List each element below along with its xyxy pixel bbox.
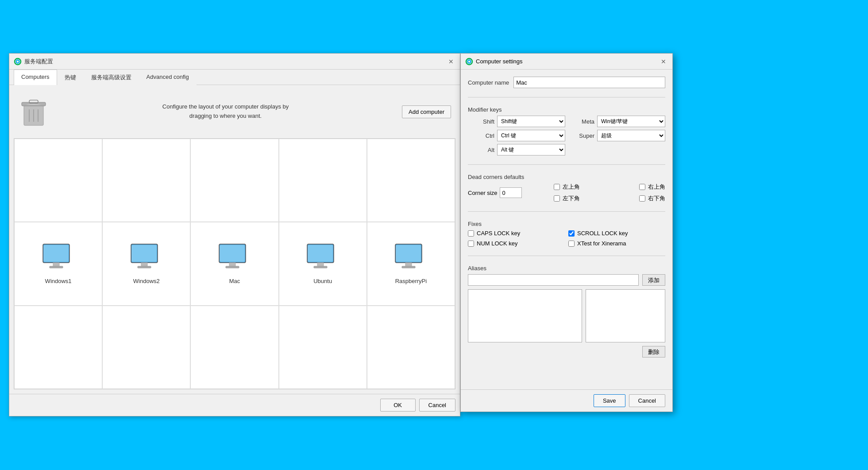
fix-caps-lock-checkbox[interactable]	[468, 230, 474, 237]
grid-cell-3-2[interactable]	[102, 306, 190, 389]
dead-corners-section: Dead corners defaults 左上角 右上角 Corner siz…	[468, 174, 665, 202]
svg-rect-24	[308, 245, 333, 262]
corner-topleft-checkbox[interactable]	[554, 184, 560, 190]
main-dialog: 服务端配置 ✕ Computers 热键 服务端高级设置 Advanced co…	[9, 53, 460, 416]
corner-bottomleft-checkbox[interactable]	[554, 195, 560, 202]
settings-cancel-button[interactable]: Cancel	[629, 394, 665, 407]
computer-icon-mac	[217, 243, 252, 274]
corner-topright-checkbox[interactable]	[639, 184, 645, 190]
grid-cell-3-1[interactable]	[14, 306, 102, 389]
aliases-display-area	[586, 289, 665, 342]
divider-3	[468, 211, 665, 212]
corner-bottomleft-label: 左下角	[563, 194, 580, 202]
fix-xtest: XTest for Xinerama	[568, 240, 665, 247]
computer-icon-windows2	[129, 243, 164, 274]
aliases-section: Aliases 添加 删除	[468, 265, 665, 357]
corner-topleft-label: 左上角	[563, 183, 580, 191]
corner-size-input[interactable]	[500, 187, 522, 198]
computer-name-row: Computer name	[468, 77, 665, 88]
svg-rect-26	[314, 266, 327, 268]
grid-cell-3-3[interactable]	[190, 306, 278, 389]
svg-rect-11	[50, 266, 63, 268]
grid-cell-1-3[interactable]	[190, 139, 278, 222]
fix-xtest-checkbox[interactable]	[568, 241, 575, 247]
cancel-button[interactable]: Cancel	[419, 399, 455, 412]
fixes-section: Fixes CAPS LOCK key SCROLL LOCK key NUM …	[468, 221, 665, 247]
computer-name-ubuntu: Ubuntu	[313, 278, 332, 284]
fix-num-lock-label: NUM LOCK key	[477, 240, 517, 247]
computer-cell-raspberrypi[interactable]: RaspberryPi	[367, 222, 455, 305]
corner-bottomright-checkbox[interactable]	[639, 195, 645, 202]
grid-cell-1-5[interactable]	[367, 139, 455, 222]
svg-point-33	[466, 58, 472, 65]
dead-corners-title: Dead corners defaults	[468, 174, 665, 180]
tab-computers[interactable]: Computers	[14, 70, 57, 85]
corner-size-row: Corner size	[468, 187, 547, 198]
computer-name-windows1: Windows1	[45, 278, 72, 284]
aliases-add-button[interactable]: 添加	[642, 274, 665, 286]
computer-icon-windows1	[41, 243, 76, 274]
aliases-delete-button[interactable]: 删除	[642, 346, 665, 357]
computer-cell-windows1[interactable]: Windows1	[14, 222, 102, 305]
meta-select[interactable]: Win键/苹键	[597, 116, 665, 127]
computer-cell-windows2[interactable]: Windows2	[102, 222, 190, 305]
computer-cell-ubuntu[interactable]: Ubuntu	[279, 222, 367, 305]
tab-hotkeys[interactable]: 热键	[57, 70, 84, 85]
computer-name-raspberrypi: RaspberryPi	[395, 278, 427, 284]
svg-rect-32	[396, 245, 397, 261]
shift-select[interactable]: Shift键	[497, 116, 565, 127]
corner-size-label: Corner size	[468, 190, 497, 196]
grid-cell-3-4[interactable]	[279, 306, 367, 389]
trash-icon	[20, 96, 47, 127]
alt-select[interactable]: Alt 键	[497, 144, 565, 155]
fix-scroll-lock-checkbox[interactable]	[568, 230, 575, 237]
modifier-grid: Shift Shift键 Meta Win键/苹键 Ctrl Ctrl 键 Su…	[468, 116, 665, 155]
grid-cell-1-1[interactable]	[14, 139, 102, 222]
aliases-list[interactable]	[468, 289, 582, 342]
grid-cell-3-5[interactable]	[367, 306, 455, 389]
alias-text-input[interactable]	[468, 274, 639, 286]
fix-caps-lock: CAPS LOCK key	[468, 230, 565, 237]
modifier-keys-section: Modifier keys Shift Shift键 Meta Win键/苹键 …	[468, 106, 665, 155]
grid-cell-1-2[interactable]	[102, 139, 190, 222]
svg-rect-21	[226, 266, 239, 268]
super-label: Super	[568, 132, 594, 139]
computer-cell-mac[interactable]: Mac	[190, 222, 278, 305]
corner-topright: 右上角	[639, 183, 665, 191]
main-dialog-title: 服务端配置	[24, 58, 53, 66]
svg-rect-9	[44, 245, 69, 262]
main-tab-bar: Computers 热键 服务端高级设置 Advanced config	[9, 70, 460, 85]
grid-cell-1-4[interactable]	[279, 139, 367, 222]
computer-icon-raspberrypi	[393, 243, 428, 274]
fixes-title: Fixes	[468, 221, 665, 227]
settings-close-button[interactable]: ✕	[659, 57, 668, 66]
svg-point-34	[468, 60, 471, 63]
fix-scroll-lock-label: SCROLL LOCK key	[577, 230, 628, 237]
trash-icon-wrapper	[18, 94, 49, 129]
aliases-input-row: 添加	[468, 274, 665, 286]
ctrl-label: Ctrl	[468, 132, 494, 139]
svg-rect-30	[405, 263, 412, 266]
svg-rect-31	[402, 266, 415, 268]
settings-footer: Save Cancel	[461, 389, 672, 412]
ok-button[interactable]: OK	[380, 399, 416, 412]
corner-bottomleft: 左下角	[554, 194, 633, 202]
divider-4	[468, 256, 665, 256]
synergy-icon	[14, 58, 22, 66]
svg-rect-15	[141, 263, 147, 266]
svg-rect-10	[53, 263, 59, 266]
computer-name-input[interactable]	[513, 77, 665, 88]
svg-rect-20	[229, 263, 235, 266]
fix-scroll-lock: SCROLL LOCK key	[568, 230, 665, 237]
svg-rect-12	[43, 245, 44, 261]
alt-label: Alt	[468, 147, 494, 153]
super-select[interactable]: 超级	[597, 130, 665, 141]
save-button[interactable]: Save	[594, 394, 625, 407]
tab-advanced-config[interactable]: Advanced config	[139, 70, 197, 85]
tab-server-advanced[interactable]: 服务端高级设置	[84, 70, 139, 85]
divider-2	[468, 164, 665, 165]
ctrl-select[interactable]: Ctrl 键	[497, 130, 565, 141]
main-dialog-close-button[interactable]: ✕	[447, 57, 455, 66]
add-computer-button[interactable]: Add computer	[402, 105, 451, 118]
fix-num-lock-checkbox[interactable]	[468, 241, 474, 247]
